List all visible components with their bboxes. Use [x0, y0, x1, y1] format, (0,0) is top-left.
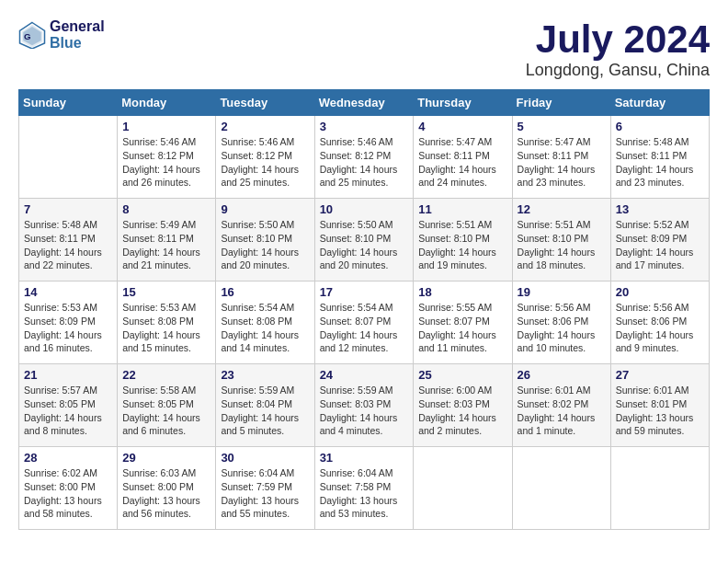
col-saturday: Saturday: [610, 90, 709, 116]
logo: G General Blue: [18, 18, 105, 51]
day-info: Sunrise: 5:54 AM Sunset: 8:07 PM Dayligh…: [320, 301, 409, 355]
day-info: Sunrise: 5:53 AM Sunset: 8:08 PM Dayligh…: [122, 301, 210, 355]
header-row: Sunday Monday Tuesday Wednesday Thursday…: [19, 90, 710, 116]
svg-text:G: G: [24, 30, 31, 40]
day-info: Sunrise: 5:59 AM Sunset: 8:04 PM Dayligh…: [221, 384, 309, 438]
day-number: 7: [24, 202, 112, 216]
day-number: 19: [518, 285, 606, 299]
day-cell: 27Sunrise: 6:01 AM Sunset: 8:01 PM Dayli…: [610, 364, 709, 447]
day-number: 29: [122, 451, 210, 465]
day-cell: 9Sunrise: 5:50 AM Sunset: 8:10 PM Daylig…: [216, 199, 314, 282]
day-cell: 29Sunrise: 6:03 AM Sunset: 8:00 PM Dayli…: [118, 447, 216, 530]
logo-blue: Blue: [50, 35, 105, 52]
day-cell: [414, 447, 512, 530]
day-cell: 18Sunrise: 5:55 AM Sunset: 8:07 PM Dayli…: [414, 282, 512, 364]
day-cell: 12Sunrise: 5:51 AM Sunset: 8:10 PM Dayli…: [512, 199, 610, 282]
month-title: July 2024: [526, 18, 710, 61]
day-number: 14: [24, 285, 112, 299]
day-info: Sunrise: 6:04 AM Sunset: 7:59 PM Dayligh…: [221, 466, 309, 521]
day-info: Sunrise: 6:02 AM Sunset: 8:00 PM Dayligh…: [24, 466, 112, 521]
day-cell: 24Sunrise: 5:59 AM Sunset: 8:03 PM Dayli…: [314, 364, 414, 447]
day-number: 6: [616, 120, 704, 133]
day-info: Sunrise: 5:58 AM Sunset: 8:05 PM Dayligh…: [122, 384, 210, 438]
day-info: Sunrise: 5:51 AM Sunset: 8:10 PM Dayligh…: [418, 218, 506, 272]
day-cell: 22Sunrise: 5:58 AM Sunset: 8:05 PM Dayli…: [118, 364, 216, 447]
day-number: 18: [418, 285, 506, 299]
day-cell: 7Sunrise: 5:48 AM Sunset: 8:11 PM Daylig…: [19, 199, 118, 282]
col-wednesday: Wednesday: [314, 90, 414, 116]
day-info: Sunrise: 5:53 AM Sunset: 8:09 PM Dayligh…: [24, 301, 112, 355]
day-number: 2: [221, 120, 309, 133]
day-number: 5: [518, 120, 606, 133]
week-row-5: 28Sunrise: 6:02 AM Sunset: 8:00 PM Dayli…: [19, 447, 710, 530]
day-number: 31: [320, 451, 409, 465]
day-number: 15: [122, 285, 210, 299]
day-cell: 16Sunrise: 5:54 AM Sunset: 8:08 PM Dayli…: [216, 282, 314, 364]
logo-icon: G: [18, 21, 46, 49]
day-number: 17: [320, 285, 409, 299]
day-number: 28: [24, 451, 112, 465]
day-cell: 2Sunrise: 5:46 AM Sunset: 8:12 PM Daylig…: [216, 116, 314, 199]
page-header: G General Blue July 2024 Longdong, Gansu…: [18, 18, 710, 80]
day-number: 3: [320, 120, 409, 133]
week-row-2: 7Sunrise: 5:48 AM Sunset: 8:11 PM Daylig…: [19, 199, 710, 282]
day-info: Sunrise: 5:46 AM Sunset: 8:12 PM Dayligh…: [320, 135, 409, 190]
day-info: Sunrise: 5:56 AM Sunset: 8:06 PM Dayligh…: [518, 301, 606, 355]
day-info: Sunrise: 5:50 AM Sunset: 8:10 PM Dayligh…: [320, 218, 409, 272]
day-number: 27: [616, 368, 704, 382]
calendar-table: Sunday Monday Tuesday Wednesday Thursday…: [18, 89, 710, 530]
day-number: 11: [418, 202, 506, 216]
day-cell: 13Sunrise: 5:52 AM Sunset: 8:09 PM Dayli…: [610, 199, 709, 282]
day-info: Sunrise: 6:04 AM Sunset: 7:58 PM Dayligh…: [320, 466, 409, 521]
day-cell: 11Sunrise: 5:51 AM Sunset: 8:10 PM Dayli…: [414, 199, 512, 282]
day-cell: 28Sunrise: 6:02 AM Sunset: 8:00 PM Dayli…: [19, 447, 118, 530]
col-tuesday: Tuesday: [216, 90, 314, 116]
day-number: 1: [122, 120, 210, 133]
col-sunday: Sunday: [19, 90, 118, 116]
day-cell: 10Sunrise: 5:50 AM Sunset: 8:10 PM Dayli…: [314, 199, 414, 282]
day-number: 4: [418, 120, 506, 133]
title-section: July 2024 Longdong, Gansu, China: [526, 18, 710, 80]
day-number: 25: [418, 368, 506, 382]
day-cell: 8Sunrise: 5:49 AM Sunset: 8:11 PM Daylig…: [118, 199, 216, 282]
day-info: Sunrise: 5:49 AM Sunset: 8:11 PM Dayligh…: [122, 218, 210, 272]
day-number: 10: [320, 202, 409, 216]
day-cell: 14Sunrise: 5:53 AM Sunset: 8:09 PM Dayli…: [19, 282, 118, 364]
col-thursday: Thursday: [414, 90, 512, 116]
day-number: 12: [518, 202, 606, 216]
day-info: Sunrise: 6:01 AM Sunset: 8:01 PM Dayligh…: [616, 384, 704, 438]
day-cell: 5Sunrise: 5:47 AM Sunset: 8:11 PM Daylig…: [512, 116, 610, 199]
day-number: 23: [221, 368, 309, 382]
day-cell: 21Sunrise: 5:57 AM Sunset: 8:05 PM Dayli…: [19, 364, 118, 447]
day-info: Sunrise: 6:01 AM Sunset: 8:02 PM Dayligh…: [518, 384, 606, 438]
day-info: Sunrise: 5:59 AM Sunset: 8:03 PM Dayligh…: [320, 384, 409, 438]
day-info: Sunrise: 5:51 AM Sunset: 8:10 PM Dayligh…: [518, 218, 606, 272]
day-info: Sunrise: 5:47 AM Sunset: 8:11 PM Dayligh…: [518, 135, 606, 190]
day-info: Sunrise: 6:00 AM Sunset: 8:03 PM Dayligh…: [418, 384, 506, 438]
day-number: 8: [122, 202, 210, 216]
day-cell: 20Sunrise: 5:56 AM Sunset: 8:06 PM Dayli…: [610, 282, 709, 364]
day-number: 24: [320, 368, 409, 382]
day-info: Sunrise: 5:55 AM Sunset: 8:07 PM Dayligh…: [418, 301, 506, 355]
day-number: 20: [616, 285, 704, 299]
day-number: 21: [24, 368, 112, 382]
day-info: Sunrise: 5:46 AM Sunset: 8:12 PM Dayligh…: [221, 135, 309, 190]
day-info: Sunrise: 5:54 AM Sunset: 8:08 PM Dayligh…: [221, 301, 309, 355]
day-cell: 15Sunrise: 5:53 AM Sunset: 8:08 PM Dayli…: [118, 282, 216, 364]
day-cell: 25Sunrise: 6:00 AM Sunset: 8:03 PM Dayli…: [414, 364, 512, 447]
day-number: 9: [221, 202, 309, 216]
logo-general: General: [50, 18, 105, 35]
day-cell: 1Sunrise: 5:46 AM Sunset: 8:12 PM Daylig…: [118, 116, 216, 199]
day-cell: 31Sunrise: 6:04 AM Sunset: 7:58 PM Dayli…: [314, 447, 414, 530]
day-cell: 4Sunrise: 5:47 AM Sunset: 8:11 PM Daylig…: [414, 116, 512, 199]
day-info: Sunrise: 5:57 AM Sunset: 8:05 PM Dayligh…: [24, 384, 112, 438]
day-info: Sunrise: 5:52 AM Sunset: 8:09 PM Dayligh…: [616, 218, 704, 272]
col-monday: Monday: [118, 90, 216, 116]
day-number: 16: [221, 285, 309, 299]
day-info: Sunrise: 6:03 AM Sunset: 8:00 PM Dayligh…: [122, 466, 210, 521]
day-cell: 23Sunrise: 5:59 AM Sunset: 8:04 PM Dayli…: [216, 364, 314, 447]
day-cell: [512, 447, 610, 530]
col-friday: Friday: [512, 90, 610, 116]
week-row-4: 21Sunrise: 5:57 AM Sunset: 8:05 PM Dayli…: [19, 364, 710, 447]
day-info: Sunrise: 5:48 AM Sunset: 8:11 PM Dayligh…: [24, 218, 112, 272]
